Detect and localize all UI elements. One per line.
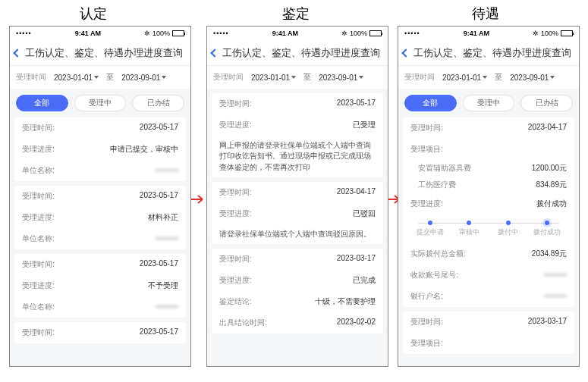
bluetooth-icon: ✲	[144, 30, 150, 37]
caret-down-icon	[94, 76, 99, 79]
status-time: 9:41 AM	[75, 30, 101, 37]
case-card[interactable]: 受理时间:2023-03-17 受理项目:	[403, 312, 574, 354]
date-sep: 至	[106, 72, 114, 83]
date-from[interactable]: 2023-01-01	[251, 74, 296, 82]
progress-label: 受理进度:	[22, 144, 55, 155]
case-card[interactable]: 受理时间:2023-04-17 受理进度:已驳回 请登录社保单位端或个人端中查询…	[212, 182, 383, 244]
unit-value: ———	[156, 165, 178, 176]
date-from[interactable]: 2023-01-01	[442, 74, 487, 82]
card-note: 请登录社保单位端或个人端中查询驳回原因。	[212, 224, 383, 244]
tab-done[interactable]: 已办结	[520, 95, 573, 111]
page-header: 工伤认定、鉴定、待遇办理进度查询	[207, 40, 388, 66]
card-note: 网上申报的请登录社保单位端或个人端中查询打印收讫告知书。通过现场申报或已完成现场…	[212, 136, 383, 177]
arrow-icon	[190, 194, 207, 205]
caret-down-icon	[550, 76, 555, 79]
tl-step-review: 审核中	[450, 221, 489, 237]
page-header: 工伤认定、鉴定、待遇办理进度查询	[10, 40, 190, 66]
accept-time-label: 受理时间:	[22, 123, 55, 133]
label-renzheng: 认定	[80, 5, 107, 23]
caret-down-icon	[483, 76, 487, 79]
status-bar: ••••• 9:41 AM ✲100%	[207, 27, 388, 40]
label-daiyu: 待遇	[472, 5, 499, 23]
tab-all[interactable]: 全部	[404, 95, 457, 111]
unit-label: 单位名称:	[22, 165, 55, 176]
tl-step-submit: 提交申请	[410, 221, 450, 237]
tab-processing[interactable]: 受理中	[74, 95, 127, 111]
case-card[interactable]: 受理时间:2023-05-17 受理进度:已受理 网上申报的请登录社保单位端或个…	[212, 93, 383, 177]
signal-icon: •••••	[404, 30, 420, 37]
case-card[interactable]: 受理时间:2023-03-17 受理进度:已完成 鉴定结论:十级，不需要护理 出…	[212, 249, 383, 333]
battery-text: 100%	[153, 30, 170, 37]
tab-all[interactable]: 全部	[16, 95, 68, 111]
tab-processing[interactable]: 受理中	[463, 95, 515, 111]
progress-value: 申请已提交，审核中	[110, 144, 178, 155]
caret-down-icon	[291, 76, 296, 79]
date-filter[interactable]: 受理时间 2023-01-01 至 2023-09-01	[10, 66, 190, 89]
caret-down-icon	[359, 76, 363, 79]
signal-icon: •••••	[16, 30, 32, 37]
case-card[interactable]: 受理时间:2023-05-17	[14, 322, 186, 343]
label-jianding: 鉴定	[282, 5, 310, 23]
back-icon[interactable]	[13, 49, 21, 57]
status-bar: ••••• 9:41 AM ✲100%	[10, 27, 190, 40]
back-icon[interactable]	[401, 49, 410, 57]
tl-step-paid: 拨付成功	[528, 221, 568, 237]
date-filter[interactable]: 受理时间 2023-01-01 至 2023-09-01	[398, 66, 579, 89]
date-label: 受理时间	[16, 72, 46, 83]
date-to[interactable]: 2023-09-01	[319, 74, 363, 82]
tab-done[interactable]: 已办结	[132, 95, 184, 111]
status-bar: ••••• 9:41 AM ✲100%	[398, 27, 579, 40]
progress-timeline: 提交申请 审核中 拨付中 拨付成功	[403, 214, 574, 243]
date-from[interactable]: 2023-01-01	[54, 74, 99, 82]
back-icon[interactable]	[210, 49, 219, 57]
case-card[interactable]: 受理时间:2023-05-17 受理进度:材料补正 单位名称:———	[14, 186, 186, 249]
case-card[interactable]: 受理时间:2023-05-17 受理进度:申请已提交，审核中 单位名称:———	[14, 117, 186, 181]
battery-icon	[561, 30, 573, 36]
signal-icon: •••••	[213, 30, 229, 37]
accept-time-value: 2023-05-17	[140, 123, 178, 133]
case-card[interactable]: 受理时间:2023-05-17 受理进度:不予受理 单位名称:———	[14, 254, 186, 318]
date-to[interactable]: 2023-09-01	[510, 74, 555, 82]
date-filter[interactable]: 受理时间 2023-01-01 至 2023-09-01	[207, 66, 388, 89]
date-to[interactable]: 2023-09-01	[121, 74, 166, 82]
page-header: 工伤认定、鉴定、待遇办理进度查询	[398, 40, 579, 66]
caret-down-icon	[162, 76, 166, 79]
battery-icon	[172, 30, 184, 36]
case-card[interactable]: 受理时间:2023-04-17 受理项目: 安置辅助器具费1200.00元 工伤…	[403, 117, 574, 307]
bluetooth-icon: ✲	[341, 30, 347, 37]
battery-icon	[369, 30, 382, 36]
tl-step-paying: 拨付中	[489, 221, 528, 237]
page-title: 工伤认定、鉴定、待遇办理进度查询	[25, 46, 183, 60]
bluetooth-icon: ✲	[533, 30, 539, 37]
